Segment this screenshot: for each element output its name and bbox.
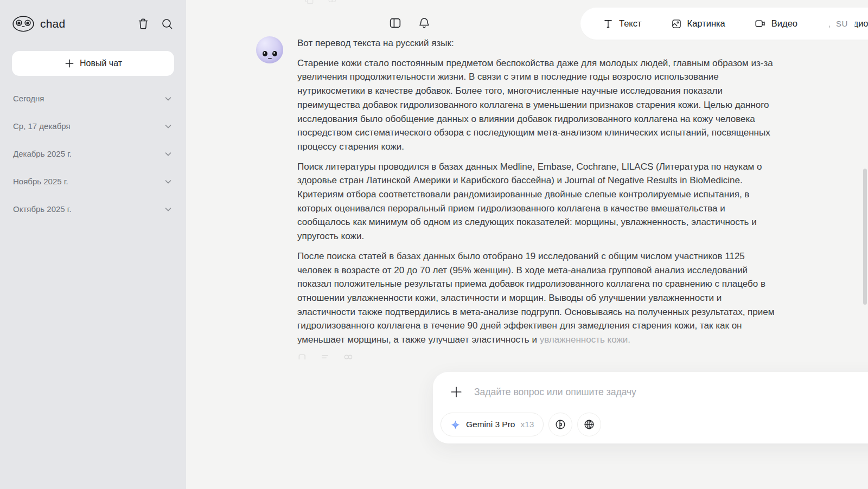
message-actions-clipped — [297, 353, 780, 359]
plus-icon — [64, 58, 75, 69]
mode-tabs: Текст Картинка Видео — [580, 8, 868, 40]
sidebar: chad Новый чат Сегодня Ср, 17 декабря — [0, 0, 186, 489]
tab-video[interactable]: Видео — [740, 8, 812, 40]
chevron-down-icon — [163, 177, 173, 186]
tab-text[interactable]: Текст — [588, 8, 656, 40]
assistant-message-body: Вот перевод текста на русский язык: Стар… — [297, 36, 780, 359]
globe-icon — [583, 419, 595, 430]
tab-label: Видео — [771, 18, 797, 29]
paragraph-text: После поиска статей в базах данных было … — [297, 251, 774, 345]
chevron-down-icon — [163, 204, 173, 214]
tab-label: Текст — [619, 18, 642, 29]
delete-chats-icon[interactable] — [136, 17, 150, 31]
history-group-dec17[interactable]: Ср, 17 декабря — [12, 112, 174, 140]
history-group-today[interactable]: Сегодня — [12, 85, 174, 112]
scrollbar-thumb[interactable] — [863, 169, 867, 305]
video-icon — [755, 18, 766, 29]
toggle-sidebar-icon[interactable] — [388, 16, 403, 30]
history-groups: Сегодня Ср, 17 декабря Декабрь 2025 г. Н… — [12, 85, 174, 223]
assistant-avatar-icon — [256, 36, 283, 63]
text-icon — [603, 18, 614, 29]
app-logo[interactable]: chad — [12, 15, 126, 33]
clipped-prev-actions — [304, 0, 337, 4]
image-icon — [671, 18, 682, 29]
message-intro: Вот перевод текста на русский язык: — [297, 36, 780, 50]
user-initials: SU — [836, 19, 848, 28]
history-group-october[interactable]: Октябрь 2025 г. — [12, 195, 174, 223]
model-selector[interactable]: Gemini 3 Pro x13 — [441, 413, 544, 436]
history-group-december[interactable]: Декабрь 2025 г. — [12, 140, 174, 168]
tune-mode-button[interactable] — [548, 413, 572, 436]
new-chat-button[interactable]: Новый чат — [12, 51, 174, 76]
tab-image[interactable]: Картинка — [656, 8, 740, 40]
composer: Gemini 3 Pro x13 — [433, 372, 868, 443]
model-multiplier: x13 — [520, 420, 534, 429]
assistant-message: Вот перевод текста на русский язык: Стар… — [256, 36, 780, 359]
regenerate-icon[interactable] — [320, 353, 331, 359]
notifications-bell-icon[interactable] — [418, 16, 432, 30]
faded-last-line: увлажненность кожи. — [540, 334, 630, 345]
chevron-down-icon — [163, 121, 173, 131]
attach-plus-icon[interactable] — [449, 385, 463, 399]
message-paragraph: После поиска статей в базах данных было … — [297, 249, 780, 347]
app-title: chad — [40, 17, 65, 30]
tune-icon — [554, 419, 566, 430]
message-paragraph: Старение кожи стало постоянным предметом… — [297, 56, 780, 154]
group-label: Октябрь 2025 г. — [13, 204, 72, 214]
chevron-down-icon — [163, 94, 173, 104]
chad-face-icon — [12, 15, 35, 33]
sidebar-header: chad — [12, 0, 174, 48]
web-search-button[interactable] — [577, 413, 601, 436]
search-icon[interactable] — [160, 17, 174, 31]
new-chat-label: Новый чат — [80, 59, 122, 68]
chat-area: Текст Картинка Видео — [186, 0, 868, 489]
user-avatar[interactable]: SU — [829, 10, 855, 36]
message-input[interactable] — [474, 387, 868, 398]
copy-icon[interactable] — [297, 353, 308, 359]
group-label: Ноябрь 2025 г. — [13, 177, 68, 186]
tab-label: Картинка — [687, 18, 725, 29]
group-label: Сегодня — [13, 94, 44, 103]
model-name: Gemini 3 Pro — [466, 420, 515, 429]
chevron-down-icon — [163, 149, 173, 159]
gemini-sparkle-icon — [450, 420, 461, 430]
history-group-november[interactable]: Ноябрь 2025 г. — [12, 168, 174, 195]
group-label: Декабрь 2025 г. — [13, 149, 72, 158]
message-paragraph: Поиск литературы проводился в базах данн… — [297, 160, 780, 243]
feedback-icon[interactable] — [343, 353, 354, 359]
group-label: Ср, 17 декабря — [13, 121, 71, 131]
